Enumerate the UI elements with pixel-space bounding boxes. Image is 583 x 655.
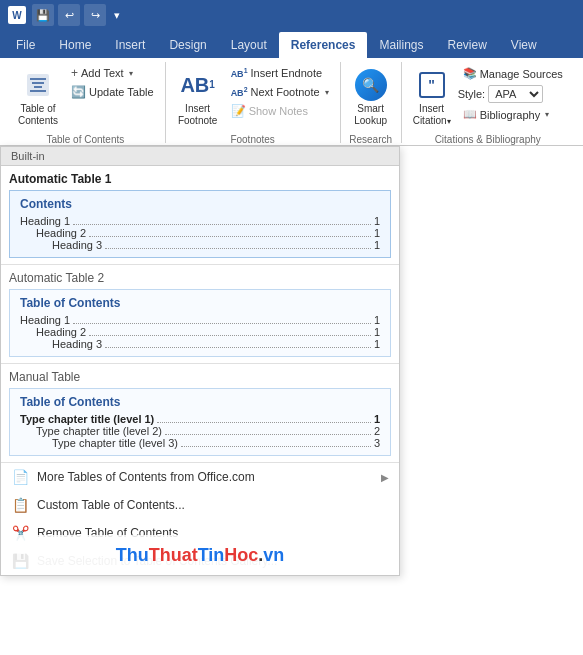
next-footnote-button[interactable]: AB2 Next Footnote ▾: [226, 83, 334, 101]
manual-table-section: Manual Table Table of Contents Type chap…: [1, 364, 399, 463]
footnotes-group: AB 1 InsertFootnote AB1 Insert Endnote A…: [166, 62, 341, 143]
update-table-label: Update Table: [89, 86, 154, 98]
entry-text: Heading 3: [52, 239, 102, 251]
tab-layout[interactable]: Layout: [219, 32, 279, 58]
toc-label: Table ofContents: [18, 103, 58, 127]
insert-endnote-button[interactable]: AB1 Insert Endnote: [226, 64, 334, 82]
automatic-table-1-section: Automatic Table 1 Contents Heading 1 1 H…: [1, 166, 399, 265]
entry-text: Type chapter title (level 3): [52, 437, 178, 449]
table-row: Heading 3 1: [20, 338, 380, 350]
style-row: Style: APA MLA Chicago: [458, 85, 568, 103]
main-content: Built-in Automatic Table 1 Contents Head…: [0, 146, 583, 576]
entry-dots: [73, 215, 371, 225]
undo-button[interactable]: ↩: [58, 4, 80, 26]
toc-dropdown: Built-in Automatic Table 1 Contents Head…: [0, 146, 400, 576]
entry-dots: [89, 227, 371, 237]
research-group-label: Research: [347, 132, 395, 145]
insert-endnote-label: Insert Endnote: [251, 67, 323, 79]
table-row: Heading 2 1: [20, 227, 380, 239]
automatic-table-2-box[interactable]: Table of Contents Heading 1 1 Heading 2 …: [9, 289, 391, 357]
watermark-thuat: Thuat: [149, 545, 198, 566]
entry-dots: [157, 413, 371, 423]
custom-toc-icon: 📋: [11, 496, 29, 514]
entry-text: Heading 1: [20, 215, 70, 227]
bibliography-label: Bibliography: [480, 109, 541, 121]
built-in-label: Built-in: [1, 147, 399, 166]
entry-page: 1: [374, 215, 380, 227]
watermark-thu: Thu: [116, 545, 149, 566]
insert-citation-label: InsertCitation▾: [413, 103, 451, 127]
bibliography-button[interactable]: 📖 Bibliography ▾: [458, 105, 568, 124]
insert-footnote-button[interactable]: AB 1 InsertFootnote: [172, 64, 224, 132]
more-toc-label: More Tables of Contents from Office.com: [37, 470, 255, 484]
table-row: Heading 1 1: [20, 314, 380, 326]
manage-sources-icon: 📚: [463, 67, 477, 80]
smart-lookup-button[interactable]: 🔍 SmartLookup: [347, 64, 395, 132]
citations-group: " InsertCitation▾ 📚 Manage Sources Style…: [402, 62, 574, 143]
insert-endnote-icon: AB1: [231, 67, 248, 79]
save-button[interactable]: 💾: [32, 4, 54, 26]
table-of-contents-button[interactable]: Table ofContents: [12, 64, 64, 132]
update-table-button[interactable]: 🔄 Update Table: [66, 83, 159, 101]
more-toc-icon: 📄: [11, 468, 29, 486]
automatic-table-1-box[interactable]: Contents Heading 1 1 Heading 2 1 Heading…: [9, 190, 391, 258]
tab-view[interactable]: View: [499, 32, 549, 58]
citations-group-label: Citations & Bibliography: [408, 132, 568, 145]
watermark: ThuThuatTinHoc.vn: [1, 535, 399, 575]
citation-icon: ": [416, 69, 448, 101]
tab-mailings[interactable]: Mailings: [367, 32, 435, 58]
submenu-arrow-icon: ▶: [381, 472, 389, 483]
entry-page: 1: [374, 413, 380, 425]
insert-citation-button[interactable]: " InsertCitation▾: [408, 64, 456, 132]
manage-sources-label: Manage Sources: [480, 68, 563, 80]
table-row: Heading 2 1: [20, 326, 380, 338]
tab-design[interactable]: Design: [157, 32, 218, 58]
toc-icon: [22, 69, 54, 101]
watermark-tin: Tin: [198, 545, 225, 566]
auto-table-1-title: Automatic Table 1: [9, 172, 391, 186]
tab-file[interactable]: File: [4, 32, 47, 58]
manage-sources-button[interactable]: 📚 Manage Sources: [458, 64, 568, 83]
bibliography-dropdown-icon: ▾: [545, 110, 549, 119]
style-select[interactable]: APA MLA Chicago: [488, 85, 543, 103]
entry-page: 1: [374, 314, 380, 326]
redo-button[interactable]: ↪: [84, 4, 106, 26]
manual-table-box-title: Table of Contents: [20, 395, 380, 409]
smart-lookup-label: SmartLookup: [354, 103, 387, 127]
entry-page: 1: [374, 326, 380, 338]
tab-references[interactable]: References: [279, 32, 368, 58]
entry-dots: [165, 425, 371, 435]
ribbon-tab-bar: File Home Insert Design Layout Reference…: [0, 30, 583, 58]
tab-review[interactable]: Review: [436, 32, 499, 58]
auto-table-2-box-title: Table of Contents: [20, 296, 380, 310]
style-label: Style:: [458, 88, 486, 100]
add-text-button[interactable]: + Add Text ▾: [66, 64, 159, 82]
next-footnote-label: Next Footnote: [251, 86, 320, 98]
table-row: Type chapter title (level 3) 3: [20, 437, 380, 449]
show-notes-button[interactable]: 📝 Show Notes: [226, 102, 334, 120]
entry-page: 3: [374, 437, 380, 449]
quick-access-toolbar: 💾 ↩ ↪ ▾: [32, 4, 120, 26]
entry-text: Heading 3: [52, 338, 102, 350]
insert-footnote-label: InsertFootnote: [178, 103, 217, 127]
entry-text: Heading 2: [36, 227, 86, 239]
more-toc-item[interactable]: 📄 More Tables of Contents from Office.co…: [1, 463, 399, 491]
tab-home[interactable]: Home: [47, 32, 103, 58]
entry-dots: [181, 437, 371, 447]
custom-toc-item[interactable]: 📋 Custom Table of Contents...: [1, 491, 399, 519]
manual-table-box[interactable]: Table of Contents Type chapter title (le…: [9, 388, 391, 456]
title-bar: W 💾 ↩ ↪ ▾: [0, 0, 583, 30]
entry-dots: [73, 314, 371, 324]
table-row: Heading 3 1: [20, 239, 380, 251]
smart-lookup-icon: 🔍: [355, 69, 387, 101]
tab-insert[interactable]: Insert: [103, 32, 157, 58]
svg-rect-0: [27, 74, 49, 96]
table-row: Heading 1 1: [20, 215, 380, 227]
table-of-contents-group: Table ofContents + Add Text ▾ 🔄 Update T…: [6, 62, 166, 143]
entry-page: 1: [374, 338, 380, 350]
footnotes-group-label: Footnotes: [172, 132, 334, 145]
app-icon: W: [8, 6, 26, 24]
entry-text: Type chapter title (level 1): [20, 413, 154, 425]
auto-table-1-box-title: Contents: [20, 197, 380, 211]
customize-quick-access-button[interactable]: ▾: [114, 9, 120, 22]
